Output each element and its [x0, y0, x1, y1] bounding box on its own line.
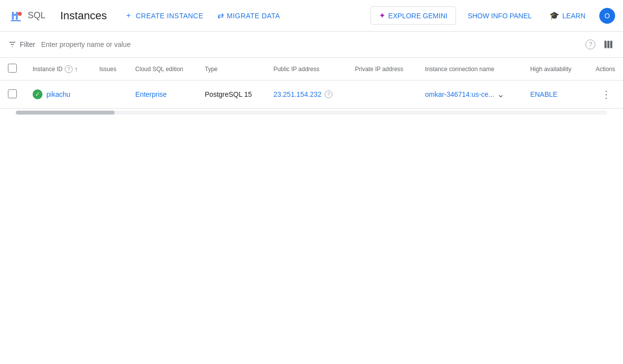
filter-icon — [8, 40, 17, 49]
type-value: PostgreSQL 15 — [205, 90, 252, 98]
app-logo: SQL — [8, 8, 52, 24]
th-public-ip: Public IP address — [265, 58, 347, 81]
connection-name-expand-button[interactable]: ⌄ — [496, 88, 505, 101]
th-actions: Actions — [584, 58, 623, 81]
row-checkbox[interactable] — [8, 89, 17, 98]
public-ip-link[interactable]: 23.251.154.232 — [273, 90, 321, 98]
migrate-icon: ⇄ — [217, 11, 224, 20]
select-all-header — [0, 58, 25, 81]
filter-bar: Filter ? — [0, 32, 623, 58]
migrate-data-button[interactable]: ⇄ MIGRATE DATA — [211, 7, 286, 24]
cloud-sql-edition-value: Enterprise — [135, 90, 167, 98]
svg-rect-7 — [610, 41, 612, 48]
issues-cell — [91, 81, 127, 109]
filter-input[interactable] — [41, 39, 578, 50]
type-cell: PostgreSQL 15 — [197, 81, 266, 109]
columns-icon — [603, 40, 613, 49]
plus-icon: ＋ — [125, 10, 133, 21]
connection-name-link[interactable]: omkar-346714:us-ce... — [425, 90, 494, 98]
select-all-checkbox[interactable] — [8, 64, 17, 73]
th-private-ip: Private IP address — [347, 58, 417, 81]
th-connection-name-label: Instance connection name — [425, 66, 494, 73]
instance-id-cell: ✓ pikachu — [25, 81, 91, 109]
svg-point-1 — [18, 12, 22, 16]
th-actions-label: Actions — [596, 66, 615, 73]
show-info-panel-button[interactable]: SHOW INFO PANEL — [464, 8, 536, 24]
help-button[interactable]: ? — [583, 38, 597, 51]
show-info-panel-label: SHOW INFO PANEL — [468, 12, 532, 20]
instances-table: Instance ID ? ↑ Issues Cloud SQL edition… — [0, 58, 623, 109]
row-select-cell — [0, 81, 25, 109]
th-issues-label: Issues — [99, 66, 117, 73]
learn-button[interactable]: 🎓 LEARN — [543, 7, 591, 24]
th-instance-id: Instance ID ? ↑ — [25, 58, 91, 81]
th-connection-name: Instance connection name — [417, 58, 522, 81]
column-toggle-button[interactable] — [601, 38, 615, 51]
th-public-ip-label: Public IP address — [273, 66, 319, 73]
public-ip-help-icon[interactable]: ? — [325, 90, 332, 98]
table-header-row: Instance ID ? ↑ Issues Cloud SQL edition… — [0, 58, 623, 81]
scrollbar-area — [0, 109, 623, 117]
instance-id-help-icon[interactable]: ? — [65, 65, 73, 73]
high-availability-cell: ENABLE — [522, 81, 584, 109]
create-instance-label: CREATE INSTANCE — [136, 12, 204, 20]
private-ip-cell — [347, 81, 417, 109]
th-instance-id-label: Instance ID — [33, 66, 63, 73]
sql-logo-icon — [8, 8, 24, 24]
instance-name-link[interactable]: pikachu — [46, 90, 70, 98]
svg-rect-5 — [605, 41, 607, 48]
learn-label: LEARN — [562, 12, 585, 20]
instance-status-icon: ✓ — [33, 89, 42, 99]
instance-id-sort-icon[interactable]: ↑ — [75, 65, 78, 73]
th-type: Type — [197, 58, 266, 81]
instances-table-container: Instance ID ? ↑ Issues Cloud SQL edition… — [0, 58, 623, 109]
instances-table-body: ✓ pikachu Enterprise PostgreSQL 15 23.25… — [0, 81, 623, 109]
gemini-icon: ✦ — [379, 11, 385, 20]
th-private-ip-label: Private IP address — [355, 66, 404, 73]
cloud-sql-edition-cell: Enterprise — [127, 81, 197, 109]
avatar-initials: O — [605, 12, 610, 20]
graduation-icon: 🎓 — [549, 11, 559, 20]
horizontal-scrollbar[interactable] — [16, 111, 607, 115]
th-cloud-sql-edition-label: Cloud SQL edition — [135, 66, 183, 73]
filter-actions: ? — [583, 38, 615, 51]
explore-gemini-label: EXPLORE GEMINI — [388, 12, 448, 20]
right-actions: ✦ EXPLORE GEMINI SHOW INFO PANEL 🎓 LEARN… — [371, 6, 615, 25]
scrollbar-thumb — [16, 111, 115, 115]
row-actions-button[interactable]: ⋮ — [597, 86, 615, 102]
create-instance-button[interactable]: ＋ CREATE INSTANCE — [119, 6, 209, 25]
table-row: ✓ pikachu Enterprise PostgreSQL 15 23.25… — [0, 81, 623, 109]
nav-actions: ＋ CREATE INSTANCE ⇄ MIGRATE DATA — [119, 6, 286, 25]
th-cloud-sql-edition: Cloud SQL edition — [127, 58, 197, 81]
filter-label: Filter — [8, 40, 35, 49]
connection-name-cell: omkar-346714:us-ce... ⌄ — [417, 81, 522, 109]
app-name: SQL — [28, 10, 45, 21]
public-ip-cell: 23.251.154.232 ? — [265, 81, 347, 109]
migrate-data-label: MIGRATE DATA — [227, 12, 280, 20]
explore-gemini-button[interactable]: ✦ EXPLORE GEMINI — [371, 6, 456, 25]
th-high-availability-label: High availability — [530, 66, 571, 73]
th-issues: Issues — [91, 58, 127, 81]
page-title: Instances — [60, 9, 107, 22]
th-high-availability: High availability — [522, 58, 584, 81]
avatar[interactable]: O — [599, 8, 615, 24]
filter-text: Filter — [20, 40, 35, 48]
svg-rect-6 — [607, 41, 609, 48]
actions-cell: ⋮ — [584, 81, 623, 109]
th-type-label: Type — [205, 66, 218, 73]
top-bar: SQL Instances ＋ CREATE INSTANCE ⇄ MIGRAT… — [0, 0, 623, 32]
help-icon: ? — [585, 40, 595, 49]
high-availability-enable-link[interactable]: ENABLE — [530, 90, 557, 98]
